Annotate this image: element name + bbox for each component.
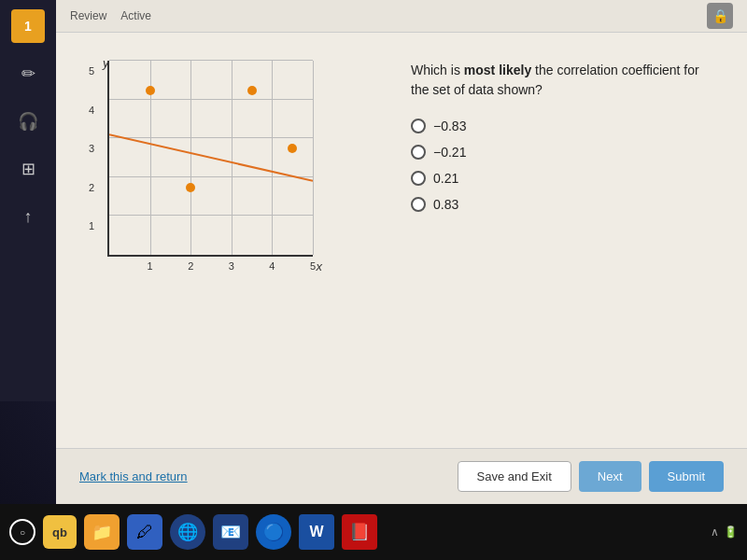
radio-2[interactable] [411, 145, 426, 160]
data-point-3 [247, 86, 257, 95]
radio-3[interactable] [411, 171, 426, 186]
main-content: Review Active 🔒 y 1 [56, 0, 747, 504]
taskbar-icon-qb[interactable]: qb [43, 515, 77, 549]
question-number-badge: 1 [11, 9, 45, 43]
radio-1[interactable] [411, 119, 426, 133]
pencil-icon[interactable]: ✏ [11, 57, 45, 91]
graph-section: y 1 2 3 4 [84, 51, 383, 429]
taskbar: ○ qb 📁 🖊 🌐 📧 🔵 W 📕 ∧ 🔋 [0, 504, 747, 560]
start-circle: ○ [20, 527, 25, 538]
x-tick-4: 4 [269, 260, 275, 272]
grid-v-5: 5 [313, 61, 314, 255]
x-tick-5: 5 [310, 260, 316, 272]
x-tick-2: 2 [188, 260, 193, 272]
active-label: Active [120, 9, 151, 22]
arrow-up-icon[interactable]: ↑ [11, 200, 45, 233]
save-exit-button[interactable]: Save and Exit [458, 461, 571, 492]
question-text: Which is most likely the correlation coe… [411, 61, 710, 100]
emphasis-text: most likely [464, 63, 531, 77]
graph-container: y 1 2 3 4 [84, 61, 308, 285]
x-axis-label: x [317, 259, 323, 273]
options-list: −0.83 −0.21 0.21 0.83 [411, 119, 710, 212]
y-tick-3: 3 [89, 143, 94, 154]
option-1-label: −0.83 [433, 119, 466, 133]
taskbar-right: ∧ 🔋 [711, 525, 738, 539]
desktop: 1 ✏ 🎧 ⊞ ↑ Review Active 🔒 y [0, 0, 747, 560]
option-3-label: 0.21 [433, 171, 458, 186]
next-button[interactable]: Next [579, 461, 641, 492]
y-tick-5: 5 [89, 65, 94, 77]
data-point-4 [288, 144, 297, 153]
option-1[interactable]: −0.83 [411, 119, 710, 133]
taskbar-icon-files2[interactable]: 🖊 [127, 514, 162, 550]
headphone-icon[interactable]: 🎧 [11, 105, 45, 138]
left-sidebar: 1 ✏ 🎧 ⊞ ↑ [0, 0, 56, 401]
data-point-2 [186, 183, 195, 192]
taskbar-battery-icon: 🔋 [724, 525, 738, 539]
chevron-up-icon[interactable]: ∧ [711, 525, 719, 539]
trend-line [109, 61, 313, 255]
footer-buttons: Save and Exit Next Submit [458, 461, 724, 492]
taskbar-icon-word[interactable]: W [299, 514, 334, 550]
y-tick-2: 2 [89, 182, 94, 193]
x-tick-3: 3 [229, 260, 234, 272]
data-point-1 [146, 86, 155, 95]
taskbar-icon-browser[interactable]: 🌐 [170, 514, 205, 550]
y-tick-4: 4 [89, 105, 94, 116]
svg-line-0 [109, 134, 313, 181]
review-label: Review [70, 9, 106, 22]
x-tick-1: 1 [148, 260, 153, 272]
submit-button[interactable]: Submit [649, 461, 724, 492]
option-3[interactable]: 0.21 [411, 171, 710, 186]
question-area: y 1 2 3 4 [56, 33, 747, 448]
option-4-label: 0.83 [433, 197, 458, 212]
option-2-label: −0.21 [433, 145, 466, 160]
mark-return-link[interactable]: Mark this and return [79, 469, 188, 483]
footer-bar: Mark this and return Save and Exit Next … [56, 448, 747, 504]
grid-icon[interactable]: ⊞ [11, 152, 45, 186]
top-bar-right: 🔒 [707, 3, 733, 29]
taskbar-icon-files[interactable]: 📁 [84, 514, 120, 550]
option-2[interactable]: −0.21 [411, 145, 710, 160]
taskbar-icon-edge[interactable]: 🔵 [256, 514, 291, 550]
lock-icon: 🔒 [707, 3, 733, 29]
top-bar-left: Review Active [70, 9, 151, 22]
y-tick-1: 1 [89, 220, 94, 231]
radio-4[interactable] [411, 197, 426, 212]
question-section: Which is most likely the correlation coe… [402, 51, 719, 429]
graph-canvas: 1 2 3 4 5 [107, 61, 313, 257]
top-bar: Review Active 🔒 [56, 0, 747, 33]
taskbar-icon-mail[interactable]: 📧 [213, 514, 248, 550]
option-4[interactable]: 0.83 [411, 197, 710, 212]
taskbar-icon-pdf[interactable]: 📕 [342, 514, 377, 550]
taskbar-start-button[interactable]: ○ [9, 519, 35, 545]
